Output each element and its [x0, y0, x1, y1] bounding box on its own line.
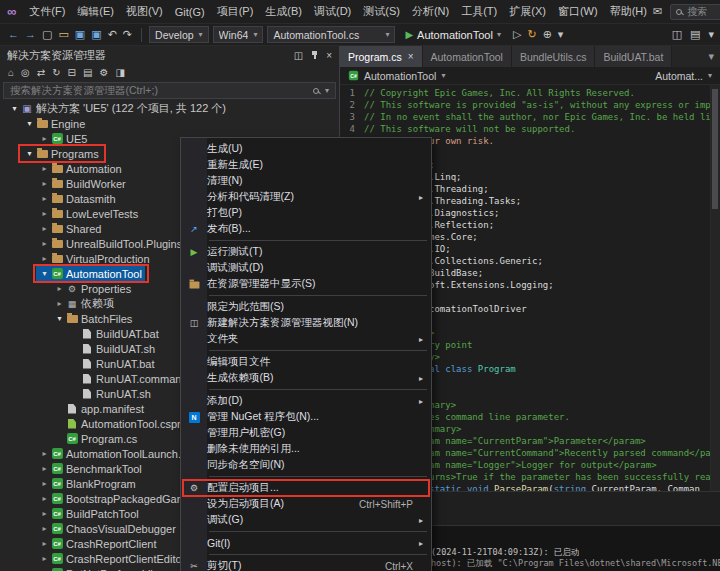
- undo-icon[interactable]: ↶: [108, 29, 117, 40]
- context-menu-item-a[interactable]: 设为启动项目(A)Ctrl+Shift+P: [181, 496, 431, 512]
- more-tools-icon[interactable]: ▾: [708, 29, 714, 40]
- preview-icon[interactable]: ◨: [115, 67, 124, 78]
- home-icon[interactable]: ⌂: [8, 67, 14, 78]
- open-folder-icon[interactable]: ▭: [58, 29, 68, 40]
- context-menu-item-b[interactable]: ↗发布(B)...: [181, 221, 431, 237]
- menu-t[interactable]: 工具(T): [455, 4, 503, 19]
- close-icon[interactable]: ×: [408, 51, 414, 62]
- menu-f[interactable]: 文件(F): [23, 4, 71, 19]
- collapse-arrow-icon[interactable]: ▾: [39, 269, 50, 278]
- panel-layout-icon[interactable]: ▤: [690, 29, 700, 40]
- context-menu-item-z[interactable]: 分析和代码清理(Z)▸: [181, 189, 431, 205]
- context-menu-item-git-i[interactable]: Git(I)▸: [181, 535, 431, 551]
- menu-e[interactable]: 编辑(E): [71, 4, 120, 19]
- refresh-icon[interactable]: ↻: [52, 67, 60, 78]
- context-menu-item-e[interactable]: 重新生成(E): [181, 157, 431, 173]
- startup-file-select[interactable]: AutomationTool.cs ▾: [267, 26, 395, 43]
- collapse-arrow-icon[interactable]: ▾: [24, 149, 35, 158]
- expand-arrow-icon[interactable]: ▸: [39, 524, 50, 533]
- expand-arrow-icon[interactable]: ▸: [39, 209, 50, 218]
- toolbar-overflow-icon[interactable]: ▾: [558, 29, 564, 40]
- expand-arrow-icon[interactable]: ▸: [39, 254, 50, 263]
- tab-automationtool[interactable]: AutomationTool: [423, 46, 512, 67]
- expand-arrow-icon[interactable]: ▸: [39, 224, 50, 233]
- navbar-member-select[interactable]: Automat... ▾: [651, 70, 716, 82]
- context-menu-item-t[interactable]: ▶运行测试(T): [181, 244, 431, 260]
- run-no-debug-icon[interactable]: ▷: [513, 29, 521, 40]
- forward-icon[interactable]: →: [25, 29, 36, 40]
- expand-arrow-icon[interactable]: ▸: [39, 179, 50, 188]
- configuration-select[interactable]: Develop ▾: [149, 26, 209, 43]
- tab-builduat-bat[interactable]: BuildUAT.bat: [595, 46, 672, 67]
- menu-x[interactable]: 扩展(X): [503, 4, 552, 19]
- platform-select[interactable]: Win64 ▾: [213, 26, 264, 43]
- multi-view-icon[interactable]: ◫: [294, 50, 303, 61]
- menu-h[interactable]: 帮助(H): [604, 4, 653, 19]
- collapse-all-icon[interactable]: ⊟: [68, 67, 76, 78]
- tree-item-engine[interactable]: ▾Engine: [0, 116, 339, 131]
- context-menu-item-nuget-n[interactable]: N管理 NuGet 程序包(N)...: [181, 409, 431, 425]
- context-menu-item-item[interactable]: 编辑项目文件: [181, 354, 431, 370]
- solution-search-input[interactable]: 搜索解决方案资源管理器(Ctrl+;) ▾: [3, 82, 336, 99]
- menu-s[interactable]: 测试(S): [357, 4, 406, 19]
- save-all-icon[interactable]: ▣: [91, 29, 101, 40]
- context-menu-item-p[interactable]: 打包(P): [181, 205, 431, 221]
- expand-arrow-icon[interactable]: ▸: [39, 539, 50, 548]
- show-all-files-icon[interactable]: ▤: [83, 67, 92, 78]
- tab-program-cs[interactable]: Program.cs×: [340, 46, 423, 67]
- context-menu-item-d[interactable]: 调试测试(D): [181, 260, 431, 276]
- context-menu-item-s[interactable]: 在资源管理器中显示(S): [181, 276, 431, 292]
- context-menu-item-g[interactable]: 调试(G)▸: [181, 512, 431, 528]
- context-menu-item-item[interactable]: 删除未使用的引用...: [181, 441, 431, 457]
- context-menu-item-b[interactable]: 生成依赖项(B)▸: [181, 370, 431, 386]
- redo-icon[interactable]: ↷: [123, 29, 132, 40]
- context-menu-item-t[interactable]: ✂剪切(T)Ctrl+X: [181, 558, 431, 571]
- hot-reload-icon[interactable]: ↻: [527, 29, 536, 40]
- tree-item-ue5-122-122[interactable]: ▾▣解决方案 'UE5' (122 个项目, 共 122 个): [0, 101, 339, 116]
- expand-arrow-icon[interactable]: ▸: [54, 299, 65, 308]
- expand-arrow-icon[interactable]: ▸: [39, 194, 50, 203]
- context-menu-item-n[interactable]: 同步命名空间(N): [181, 457, 431, 473]
- save-icon[interactable]: ▣: [75, 29, 85, 40]
- menu-p[interactable]: 项目(P): [211, 4, 260, 19]
- tab-list-dropdown[interactable]: ▾: [702, 46, 720, 67]
- solution-explorer-toggle-icon[interactable]: ◫: [672, 29, 682, 40]
- editor-scrollbar[interactable]: [710, 85, 720, 491]
- tab-bundleutils-cs[interactable]: BundleUtils.cs: [512, 46, 596, 67]
- scrollbar-thumb[interactable]: [712, 89, 718, 209]
- expand-arrow-icon[interactable]: ▸: [39, 479, 50, 488]
- send-feedback-icon[interactable]: ✉: [653, 5, 662, 17]
- expand-arrow-icon[interactable]: ▸: [54, 284, 65, 293]
- new-file-icon[interactable]: ▢: [42, 29, 52, 40]
- collapse-arrow-icon[interactable]: ▾: [54, 314, 65, 323]
- menu-b[interactable]: 生成(B): [259, 4, 308, 19]
- context-menu-item-item[interactable]: ⚙配置启动项目...: [181, 480, 431, 496]
- context-menu-item-g[interactable]: 管理用户机密(G): [181, 425, 431, 441]
- expand-arrow-icon[interactable]: ▸: [39, 134, 50, 143]
- context-menu-item-n[interactable]: 清理(N): [181, 173, 431, 189]
- menu-git-g[interactable]: Git(G): [169, 6, 211, 18]
- collapse-arrow-icon[interactable]: ▾: [9, 104, 20, 113]
- quick-search-input[interactable]: 搜索 ▾: [670, 4, 720, 20]
- close-icon[interactable]: ×: [326, 50, 332, 61]
- menu-d[interactable]: 调试(D): [308, 4, 357, 19]
- sync-selection-icon[interactable]: ⇄: [37, 67, 45, 78]
- properties-icon[interactable]: ⚙: [99, 67, 108, 78]
- expand-arrow-icon[interactable]: ▸: [39, 509, 50, 518]
- expand-arrow-icon[interactable]: ▸: [39, 164, 50, 173]
- expand-arrow-icon[interactable]: ▸: [39, 554, 50, 563]
- context-menu-item-s[interactable]: 限定为此范围(S): [181, 299, 431, 315]
- menu-n[interactable]: 分析(N): [406, 4, 455, 19]
- pin-icon[interactable]: [311, 50, 318, 60]
- expand-arrow-icon[interactable]: ▸: [39, 449, 50, 458]
- back-icon[interactable]: ←: [8, 29, 19, 40]
- navbar-project-select[interactable]: AutomationTool ▾: [344, 70, 449, 82]
- attach-icon[interactable]: ⊕: [543, 29, 552, 40]
- context-menu-item-item[interactable]: 文件夹▸: [181, 331, 431, 347]
- scope-icon[interactable]: ◎: [21, 67, 30, 78]
- context-menu-item-u[interactable]: 生成(U): [181, 141, 431, 157]
- expand-arrow-icon[interactable]: ▸: [39, 494, 50, 503]
- expand-arrow-icon[interactable]: ▸: [39, 464, 50, 473]
- context-menu-item-d[interactable]: 添加(D)▸: [181, 393, 431, 409]
- run-button[interactable]: ▶ AutomationTool ▾: [399, 26, 507, 44]
